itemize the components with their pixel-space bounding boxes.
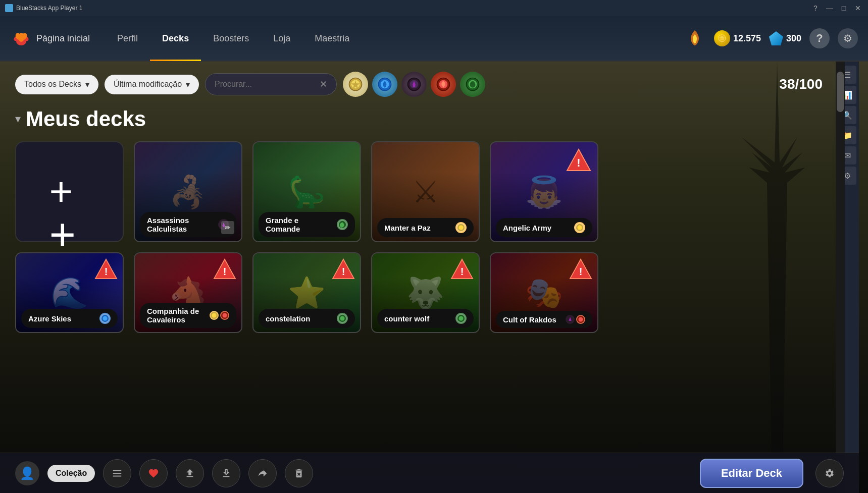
- svg-point-29: [103, 316, 108, 321]
- deck-card-counter[interactable]: 🐺 ! counter wolf: [371, 252, 480, 333]
- svg-rect-49: [113, 470, 122, 471]
- deck-mana-companhia: [210, 311, 229, 320]
- deck-card-assassinos[interactable]: 🦂 Assassinos Calculistas ✏: [134, 141, 242, 242]
- section-header: ▾ Meus decks: [0, 107, 868, 141]
- edit-deck-btn[interactable]: Editar Deck: [700, 459, 803, 488]
- mana-black-icon-cult: [566, 315, 575, 324]
- mana-filter-white[interactable]: [343, 72, 368, 97]
- svg-text:!: !: [223, 266, 227, 277]
- warning-badge-constelation: !: [332, 258, 355, 282]
- deck-row-2: 🌊 ! Azure Skies: [15, 252, 853, 333]
- deck-name-cult: Cult of Rakdos: [503, 315, 556, 324]
- warning-badge-counter: !: [450, 258, 474, 282]
- sort-filter-chevron: ▾: [186, 80, 190, 89]
- logo[interactable]: Página inicial: [10, 27, 90, 49]
- sort-filter-dropdown[interactable]: Última modificação ▾: [105, 75, 199, 94]
- deck-mana-cult: [566, 315, 585, 324]
- warning-badge-angelic: !: [566, 148, 591, 174]
- search-box: ✕: [205, 73, 337, 95]
- deck-grid: + 🦂 Assassinos Calculistas: [0, 141, 868, 333]
- section-toggle-btn[interactable]: ▾: [15, 113, 21, 126]
- nav-boosters[interactable]: Boosters: [201, 16, 261, 61]
- help-icon-btn[interactable]: ?: [809, 28, 830, 48]
- nav-maestria[interactable]: Maestria: [302, 16, 362, 61]
- nav-home-label[interactable]: Página inicial: [36, 33, 90, 44]
- nav-decks[interactable]: Decks: [150, 16, 201, 61]
- deck-count: 38/100: [779, 76, 853, 92]
- list-view-btn[interactable]: [103, 459, 131, 487]
- mana-green-icon-constelation: [337, 313, 348, 324]
- mana-white-icon-companhia: [210, 311, 219, 320]
- section-title: Meus decks: [26, 107, 146, 131]
- nav-right: 🪙 12.575 300 ? ⚙: [684, 27, 858, 49]
- mana-filter-green[interactable]: [460, 72, 485, 97]
- deck-mana-angelic: [574, 222, 585, 233]
- mana-green-icon-counter: [455, 313, 467, 324]
- collection-btn[interactable]: Coleção: [47, 465, 95, 482]
- deck-card-angelic[interactable]: 👼 ! Angelic Army: [490, 141, 598, 242]
- mana-filters: [343, 72, 485, 97]
- deck-card-grande[interactable]: 🦕 Grande e Comande: [252, 141, 361, 242]
- search-input[interactable]: [215, 80, 316, 89]
- deck-mana-azure: [99, 313, 111, 324]
- deck-card-constelation[interactable]: ⭐ ! constelation: [252, 252, 361, 333]
- edit-deck-icon-assassinos[interactable]: ✏: [221, 221, 234, 234]
- add-deck-card[interactable]: +: [15, 141, 124, 242]
- mana-white-icon-manter: [455, 222, 467, 233]
- fire-icon[interactable]: [684, 27, 706, 49]
- svg-point-33: [212, 313, 217, 318]
- mana-green-icon-grande: [337, 219, 348, 230]
- svg-point-48: [579, 317, 583, 322]
- settings-bottom-btn[interactable]: [815, 459, 844, 487]
- deck-card-manter[interactable]: ⚔ Manter a Paz: [371, 141, 480, 242]
- nav-perfil[interactable]: Perfil: [105, 16, 150, 61]
- deck-name-grande: Grande e Comande: [266, 216, 334, 233]
- bottom-bar: 👤 Coleção Editar Deck: [0, 453, 859, 493]
- upload-btn[interactable]: [176, 459, 204, 487]
- gems-display: 300: [769, 31, 801, 45]
- mana-filter-red[interactable]: [431, 72, 456, 97]
- gem-value: 300: [786, 33, 801, 44]
- nav-loja[interactable]: Loja: [261, 16, 302, 61]
- plus-icon: +: [49, 172, 90, 212]
- minimize-btn[interactable]: —: [825, 3, 835, 13]
- svg-text:!: !: [461, 266, 464, 277]
- settings-icon-btn[interactable]: ⚙: [838, 28, 858, 48]
- svg-point-21: [459, 226, 464, 230]
- coins-display: 🪙 12.575: [714, 30, 761, 46]
- svg-text:!: !: [342, 266, 345, 277]
- user-avatar: 👤: [15, 461, 39, 485]
- nav-bar: Página inicial Perfil Decks Boosters Loj…: [0, 16, 868, 62]
- deck-card-companhia[interactable]: 🐴 ! Companhia de Cavaleiros: [134, 252, 242, 333]
- deck-filter-label: Todos os Decks: [24, 80, 81, 89]
- filter-bar: Todos os Decks ▾ Última modificação ▾ ✕: [0, 62, 868, 107]
- share-btn[interactable]: [248, 459, 277, 487]
- mana-filter-blue[interactable]: [372, 72, 397, 97]
- deck-card-cult[interactable]: 🎭 ! Cult of Rakdos: [490, 252, 598, 333]
- deck-filter-chevron: ▾: [85, 80, 89, 89]
- deck-row-1: + 🦂 Assassinos Calculistas: [15, 141, 853, 242]
- maximize-btn[interactable]: □: [839, 3, 849, 13]
- favorite-btn[interactable]: [139, 459, 168, 487]
- main-area: ☰ 📊 🔍 📁 ✉ ⚙ Todos os Decks ▾ Última modi…: [0, 62, 868, 493]
- close-btn[interactable]: ✕: [853, 3, 863, 13]
- delete-btn[interactable]: [285, 459, 313, 487]
- deck-filter-dropdown[interactable]: Todos os Decks ▾: [15, 75, 98, 94]
- deck-card-azure[interactable]: 🌊 ! Azure Skies: [15, 252, 124, 333]
- clear-search-btn[interactable]: ✕: [320, 79, 327, 90]
- warning-badge-companhia: !: [213, 258, 236, 282]
- svg-rect-50: [113, 473, 122, 474]
- svg-text:!: !: [105, 266, 108, 277]
- window-controls: ? — □ ✕: [810, 3, 863, 13]
- deck-name-assassinos: Assassinos Calculistas: [147, 216, 215, 233]
- deck-name-companhia: Companhia de Cavaleiros: [147, 307, 207, 324]
- lotus-icon: [10, 27, 32, 49]
- deck-mana-counter: [455, 313, 467, 324]
- svg-text:!: !: [577, 156, 580, 169]
- download-btn[interactable]: [212, 459, 240, 487]
- mana-red-icon-companhia: [220, 311, 229, 320]
- mana-filter-black[interactable]: [401, 72, 427, 97]
- help-btn[interactable]: ?: [810, 3, 821, 13]
- coin-value: 12.575: [733, 33, 761, 44]
- warning-badge-azure: !: [94, 258, 118, 282]
